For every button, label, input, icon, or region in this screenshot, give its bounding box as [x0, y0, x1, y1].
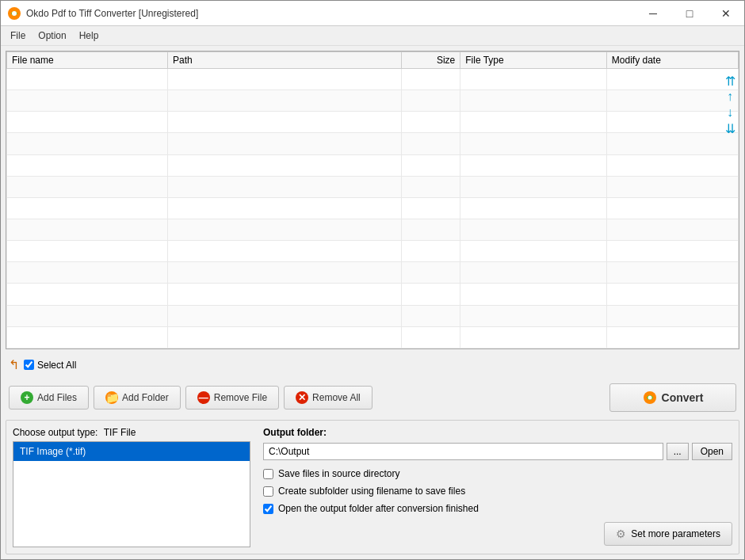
table-row [7, 241, 739, 262]
table-row [7, 326, 739, 348]
app-icon [7, 6, 21, 21]
convert-label: Convert [662, 391, 704, 404]
open-after-option[interactable]: Open the output folder after conversion … [263, 503, 732, 514]
col-size: Size [402, 52, 460, 69]
scroll-buttons: ⇈ ↑ ↓ ⇊ [723, 74, 737, 135]
checkbox-options: Save files in source directory Create su… [263, 468, 732, 514]
close-button[interactable]: ✕ [708, 1, 744, 26]
table-row [7, 262, 739, 284]
gear-icon: ⚙ [616, 528, 626, 540]
table-row [7, 305, 739, 326]
scroll-up-button[interactable]: ↑ [723, 90, 737, 104]
menu-bar: File Option Help [1, 26, 744, 46]
file-table-container: File name Path Size File Type Modify dat… [6, 51, 739, 349]
table-row [7, 197, 739, 219]
title-bar-left: Okdo Pdf to Tiff Converter [Unregistered… [7, 6, 198, 21]
col-modifydate: Modify date [606, 52, 738, 69]
minimize-button[interactable]: ─ [635, 1, 671, 26]
remove-all-button[interactable]: ✕ Remove All [284, 386, 372, 410]
set-params-label: Set more parameters [631, 528, 720, 539]
convert-button[interactable]: Convert [609, 383, 736, 412]
convert-icon [643, 390, 657, 405]
svg-point-1 [12, 11, 17, 16]
col-filename: File name [7, 52, 168, 69]
remove-file-icon: — [197, 391, 210, 404]
open-after-checkbox[interactable] [263, 504, 273, 514]
table-row [7, 69, 739, 90]
col-filetype: File Type [460, 52, 607, 69]
output-folder-row: Output folder: ... Open [263, 427, 732, 460]
table-row [7, 133, 739, 154]
bottom-panel: Choose output type: TIF File TIF Image (… [6, 420, 739, 554]
menu-help[interactable]: Help [73, 28, 105, 44]
open-button[interactable]: Open [692, 443, 732, 460]
output-folder-input[interactable] [263, 443, 663, 460]
table-row [7, 112, 739, 133]
svg-point-3 [648, 396, 651, 400]
file-table: File name Path Size File Type Modify dat… [6, 51, 739, 349]
set-params-button[interactable]: ⚙ Set more parameters [604, 522, 732, 546]
table-row [7, 284, 739, 305]
output-type-item-tif[interactable]: TIF Image (*.tif) [13, 442, 250, 461]
output-right-panel: Output folder: ... Open Save files in so… [263, 427, 732, 547]
menu-option[interactable]: Option [32, 28, 72, 44]
create-subfolder-option[interactable]: Create subfolder using filename to save … [263, 486, 732, 497]
content-area: File name Path Size File Type Modify dat… [1, 46, 744, 559]
add-files-icon: + [21, 391, 33, 404]
select-all-checkbox[interactable] [24, 360, 34, 370]
remove-all-label: Remove All [312, 392, 361, 403]
add-folder-label: Add Folder [122, 392, 169, 403]
output-type-list[interactable]: TIF Image (*.tif) [13, 441, 250, 547]
title-bar: Okdo Pdf to Tiff Converter [Unregistered… [1, 1, 744, 26]
remove-file-button[interactable]: — Remove File [185, 386, 279, 410]
select-all-text: Select All [37, 360, 76, 371]
add-files-button[interactable]: + Add Files [9, 386, 89, 410]
file-table-wrapper: File name Path Size File Type Modify dat… [6, 51, 739, 349]
add-folder-button[interactable]: 📁 Add Folder [94, 386, 181, 410]
browse-button[interactable]: ... [667, 443, 689, 460]
remove-file-label: Remove File [214, 392, 267, 403]
table-row [7, 219, 739, 240]
output-type-panel: Choose output type: TIF File TIF Image (… [13, 427, 250, 547]
select-all-bar: ↰ Select All [6, 354, 739, 375]
save-source-label: Save files in source directory [278, 468, 399, 479]
scroll-bottom-button[interactable]: ⇊ [723, 121, 737, 135]
params-row: ⚙ Set more parameters [263, 522, 732, 546]
menu-file[interactable]: File [4, 28, 32, 44]
select-all-label[interactable]: Select All [24, 360, 76, 371]
output-type-value: TIF File [104, 427, 136, 438]
back-icon: ↰ [9, 357, 19, 372]
col-path: Path [168, 52, 402, 69]
title-buttons: ─ □ ✕ [635, 1, 744, 26]
scroll-top-button[interactable]: ⇈ [723, 74, 737, 88]
create-subfolder-checkbox[interactable] [263, 486, 273, 497]
scroll-down-button[interactable]: ↓ [723, 105, 737, 120]
output-type-header: Choose output type: TIF File [13, 427, 250, 438]
output-folder-input-row: ... Open [263, 443, 732, 460]
action-buttons-bar: + Add Files 📁 Add Folder — Remove File ✕… [6, 380, 739, 415]
window-title: Okdo Pdf to Tiff Converter [Unregistered… [26, 8, 198, 19]
remove-all-icon: ✕ [296, 391, 308, 404]
open-after-label: Open the output folder after conversion … [278, 503, 479, 514]
table-row [7, 154, 739, 176]
main-window: Okdo Pdf to Tiff Converter [Unregistered… [0, 0, 745, 560]
save-source-checkbox[interactable] [263, 469, 273, 479]
save-source-option[interactable]: Save files in source directory [263, 468, 732, 479]
table-row [7, 90, 739, 112]
output-folder-label: Output folder: [263, 427, 732, 438]
output-type-label: Choose output type: [13, 427, 97, 438]
add-folder-icon: 📁 [105, 391, 118, 404]
create-subfolder-label: Create subfolder using filename to save … [278, 486, 465, 497]
maximize-button[interactable]: □ [671, 1, 708, 26]
add-files-label: Add Files [37, 392, 77, 403]
table-row [7, 176, 739, 197]
